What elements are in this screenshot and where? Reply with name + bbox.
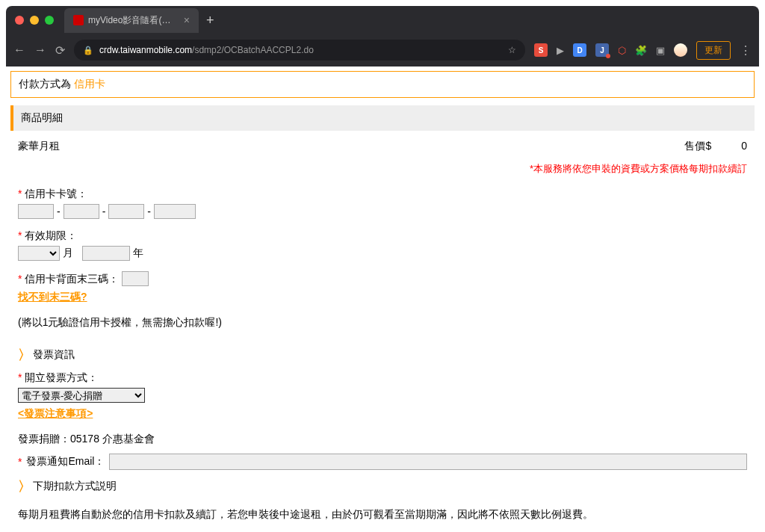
required-mark: * xyxy=(18,188,22,200)
back-button[interactable]: ← xyxy=(13,43,25,57)
browser-menu-icon[interactable]: ⋮ xyxy=(740,43,752,58)
cc-cvc-label: 信用卡背面末三碼： xyxy=(25,273,119,285)
forward-button[interactable]: → xyxy=(34,43,46,57)
price-value: 0 xyxy=(741,140,747,153)
product-row: 豪華月租 售價$ 0 xyxy=(10,140,755,159)
cc-cvc-row: * 信用卡背面末三碼： 找不到末三碼? xyxy=(10,268,755,307)
cc-number-label: 信用卡卡號： xyxy=(25,188,87,200)
invoice-email-row: * 發票通知Email： xyxy=(10,451,755,473)
invoice-email-input[interactable] xyxy=(109,454,747,470)
invoice-section-header[interactable]: 〉發票資訊 xyxy=(10,341,755,368)
chevron-right-icon: 〉 xyxy=(18,346,31,364)
address-bar[interactable]: 🔒 crdw.taiwanmobile.com/sdmp2/OCBatchAAC… xyxy=(74,40,525,61)
browser-chrome: myVideo影音隨看(手機版) - 購 × + ← → ⟳ 🔒 crdw.ta… xyxy=(6,6,759,66)
invoice-method-select[interactable]: 電子發票-愛心捐贈 xyxy=(18,388,145,403)
extension-d-icon[interactable]: D xyxy=(573,43,586,57)
cc-number-row: * 信用卡卡號： - - - xyxy=(10,185,755,222)
payment-prefix: 付款方式為 xyxy=(19,78,71,90)
extension-play-icon[interactable]: ▶ xyxy=(557,45,564,56)
browser-tab[interactable]: myVideo影音隨看(手機版) - 購 × xyxy=(64,8,199,33)
invoice-donation: 發票捐贈：05178 介惠基金會 xyxy=(10,428,755,451)
next-payment-header[interactable]: 〉下期扣款方式説明 xyxy=(10,473,755,500)
product-name: 豪華月租 xyxy=(18,140,60,153)
reload-button[interactable]: ⟳ xyxy=(55,43,65,58)
minimize-window-button[interactable] xyxy=(30,16,39,25)
lock-icon: 🔒 xyxy=(83,46,93,55)
extension-icons: S ▶ D J ⬡ 🧩 ▣ 更新 ⋮ xyxy=(534,41,752,60)
price-label: 售價$ xyxy=(684,140,711,153)
expiry-year-input[interactable] xyxy=(82,246,130,261)
window-controls xyxy=(15,16,54,25)
maximize-window-button[interactable] xyxy=(45,16,54,25)
invoice-method-row: * 開立發票方式： 電子發票-愛心捐贈 <發票注意事項> xyxy=(10,368,755,424)
profile-avatar[interactable] xyxy=(674,43,687,57)
page-content: 付款方式為 信用卡 商品明細 豪華月租 售價$ 0 *本服務將依您申裝的資費或方… xyxy=(6,66,759,532)
close-window-button[interactable] xyxy=(15,16,24,25)
extension-s-icon[interactable]: S xyxy=(534,43,548,57)
extensions-menu-icon[interactable]: 🧩 xyxy=(635,45,647,56)
cvc-help-link[interactable]: 找不到末三碼? xyxy=(18,291,87,303)
cc-expiry-row: * 有效期限： 月 年 xyxy=(10,226,755,264)
new-tab-button[interactable]: + xyxy=(206,13,214,28)
payment-method-header: 付款方式為 信用卡 xyxy=(10,71,755,98)
payment-method: 信用卡 xyxy=(74,78,105,90)
cc-number-2[interactable] xyxy=(64,204,99,219)
tab-favicon xyxy=(73,15,84,25)
product-section-header: 商品明細 xyxy=(10,105,755,131)
tab-bar: myVideo影音隨看(手機版) - 購 × + xyxy=(6,6,759,34)
cc-expiry-label: 有效期限： xyxy=(25,229,77,241)
invoice-method-label: 開立發票方式： xyxy=(25,371,98,383)
extension-j-icon[interactable]: J xyxy=(595,43,609,57)
month-suffix: 月 xyxy=(63,247,73,260)
extension-shield-icon[interactable]: ⬡ xyxy=(618,45,626,56)
tab-close-icon[interactable]: × xyxy=(184,14,190,26)
chevron-right-icon: 〉 xyxy=(18,477,31,495)
next-payment-desc: 每期月租費將自動於您的信用卡扣款及續訂，若您申裝後中途退租，由於仍可觀看至當期期… xyxy=(10,500,755,528)
url-bar: ← → ⟳ 🔒 crdw.taiwanmobile.com/sdmp2/OCBa… xyxy=(6,34,759,66)
cc-cvc-input[interactable] xyxy=(122,271,149,286)
cast-icon[interactable]: ▣ xyxy=(656,45,665,56)
year-suffix: 年 xyxy=(133,247,143,260)
update-button[interactable]: 更新 xyxy=(696,41,731,60)
agreement-row: 本人已閲讀 轉帳代繳授權書約定條款 以及 詳細購買説明 ，並確認訂購交易資料正確… xyxy=(10,528,755,532)
cc-verify-note: (將以1元驗證信用卡授權，無需擔心扣款喔!) xyxy=(10,312,755,341)
cc-number-3[interactable] xyxy=(108,204,144,219)
url-path: /sdmp2/OCBatchAACCPL2.do xyxy=(192,45,314,55)
cc-number-1[interactable] xyxy=(18,204,54,219)
expiry-month-select[interactable] xyxy=(18,246,60,261)
invoice-notes-link[interactable]: <發票注意事項> xyxy=(18,407,93,419)
tab-title: myVideo影音隨看(手機版) - 購 xyxy=(88,14,179,27)
service-notice: *本服務將依您申裝的資費或方案價格每期扣款續訂 xyxy=(10,159,755,185)
url-domain: crdw.taiwanmobile.com xyxy=(99,45,192,55)
cc-number-4[interactable] xyxy=(154,204,196,219)
bookmark-star-icon[interactable]: ☆ xyxy=(508,45,516,55)
invoice-email-label: 發票通知Email： xyxy=(26,455,105,468)
